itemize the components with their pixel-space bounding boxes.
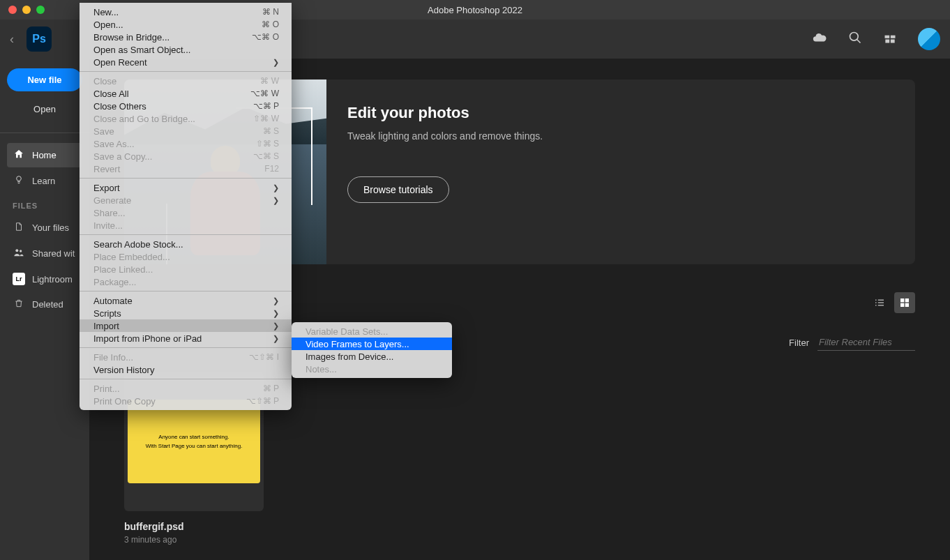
maximize-window-icon[interactable]	[36, 6, 45, 14]
browse-tutorials-button[interactable]: Browse tutorials	[347, 176, 449, 203]
file-timestamp: 3 minutes ago	[124, 535, 264, 545]
sidebar-item-lightroom[interactable]: Lr Lightroom	[7, 267, 82, 291]
menu-item-version-history[interactable]: Version History	[80, 363, 292, 376]
menu-item-package: Package...	[80, 275, 292, 288]
gift-icon[interactable]	[883, 31, 897, 48]
cloud-icon[interactable]	[812, 30, 827, 49]
menu-item-export[interactable]: Export❯	[80, 181, 292, 194]
lightbulb-icon	[13, 174, 25, 188]
hero-description: Tweak lighting and colors and remove thi…	[347, 130, 894, 142]
menu-item-share: Share...	[80, 206, 292, 219]
menu-item-file-info: File Info...⌥⇧⌘ I	[80, 351, 292, 363]
files-section-label: FILES	[7, 195, 82, 215]
svg-rect-19	[900, 303, 904, 307]
people-icon	[13, 247, 25, 260]
svg-line-1	[857, 39, 861, 43]
divider	[0, 133, 89, 133]
menu-item-place-linked: Place Linked...	[80, 263, 292, 275]
file-name: buffergif.psd	[124, 521, 264, 532]
menu-separator	[80, 71, 292, 72]
back-chevron-icon[interactable]: ‹	[10, 32, 14, 47]
user-avatar[interactable]	[918, 28, 940, 50]
menu-item-save: Save⌘ S	[80, 125, 292, 137]
menu-separator	[80, 379, 292, 379]
menu-item-print-one: Print One Copy⌥⇧⌘ P	[80, 395, 292, 407]
chevron-right-icon: ❯	[273, 296, 279, 305]
svg-rect-3	[891, 35, 896, 38]
submenu-item-video-frames-to-layers[interactable]: Video Frames to Layers...	[292, 338, 452, 350]
menu-item-generate: Generate❯	[80, 194, 292, 206]
menu-item-import-iphone[interactable]: Import from iPhone or iPad❯	[80, 332, 292, 345]
filter-input[interactable]	[817, 334, 915, 351]
photoshop-logo[interactable]: Ps	[27, 27, 52, 52]
sidebar-item-deleted[interactable]: Deleted	[7, 292, 82, 317]
file-menu: New...⌘ N Open...⌘ O Browse in Bridge...…	[80, 3, 292, 410]
sidebar-label: Deleted	[32, 299, 63, 310]
submenu-item-variable-data-sets: Variable Data Sets...	[292, 325, 452, 338]
chevron-right-icon: ❯	[273, 321, 279, 331]
chevron-right-icon: ❯	[273, 334, 279, 343]
menu-item-close-others[interactable]: Close Others⌥⌘ P	[80, 100, 292, 112]
menu-item-revert: RevertF12	[80, 162, 292, 175]
sidebar-item-your-files[interactable]: Your files	[7, 215, 82, 240]
svg-point-6	[17, 176, 22, 181]
sidebar-label: Home	[32, 150, 56, 160]
menu-item-print: Print...⌘ P	[80, 382, 292, 395]
menu-item-open-smart-object[interactable]: Open as Smart Object...	[80, 43, 292, 56]
chevron-right-icon: ❯	[273, 309, 279, 318]
menu-separator	[80, 291, 292, 292]
new-file-button[interactable]: New file	[7, 68, 82, 91]
menu-item-open-recent[interactable]: Open Recent❯	[80, 56, 292, 68]
svg-rect-2	[885, 35, 890, 38]
list-view-button[interactable]	[869, 292, 890, 313]
home-icon	[13, 149, 25, 162]
sidebar-label: Lightroom	[32, 274, 73, 285]
svg-rect-20	[905, 303, 909, 307]
menu-item-save-copy: Save a Copy...⌥⌘ S	[80, 150, 292, 162]
menu-item-automate[interactable]: Automate❯	[80, 294, 292, 307]
app-title: Adobe Photoshop 2022	[428, 5, 522, 15]
menu-separator	[80, 178, 292, 179]
hero-title: Edit your photos	[347, 104, 894, 122]
menu-item-close-all[interactable]: Close All⌥⌘ W	[80, 87, 292, 100]
menu-item-browse-bridge[interactable]: Browse in Bridge...⌥⌘ O	[80, 31, 292, 43]
file-icon	[13, 221, 25, 234]
window-controls	[0, 6, 45, 14]
lightroom-icon: Lr	[13, 273, 25, 285]
sidebar-item-home[interactable]: Home	[7, 143, 82, 167]
sidebar-item-shared[interactable]: Shared wit	[7, 241, 82, 266]
import-submenu: Variable Data Sets... Video Frames to La…	[292, 322, 452, 378]
open-button[interactable]: Open	[7, 100, 82, 119]
menu-item-search-stock[interactable]: Search Adobe Stock...	[80, 238, 292, 250]
menu-item-place-embedded: Place Embedded...	[80, 250, 292, 263]
svg-rect-5	[891, 39, 895, 43]
sidebar-label: Learn	[32, 176, 55, 186]
chevron-right-icon: ❯	[273, 196, 279, 205]
menu-item-scripts[interactable]: Scripts❯	[80, 307, 292, 319]
chevron-right-icon: ❯	[273, 183, 279, 192]
menu-separator	[80, 347, 292, 348]
svg-rect-4	[885, 39, 889, 43]
svg-rect-18	[905, 298, 909, 302]
menu-item-invite: Invite...	[80, 219, 292, 232]
svg-point-9	[15, 249, 18, 252]
menu-item-open[interactable]: Open...⌘ O	[80, 18, 292, 31]
svg-point-10	[20, 250, 22, 252]
chevron-right-icon: ❯	[273, 58, 279, 67]
minimize-window-icon[interactable]	[22, 6, 31, 14]
menu-item-close-go-bridge: Close and Go to Bridge...⇧⌘ W	[80, 112, 292, 125]
svg-rect-17	[900, 298, 904, 302]
close-window-icon[interactable]	[8, 6, 17, 14]
grid-view-button[interactable]	[894, 292, 915, 313]
menu-item-import[interactable]: Import❯	[80, 319, 292, 332]
menu-item-save-as: Save As...⇧⌘ S	[80, 137, 292, 150]
sidebar-item-learn[interactable]: Learn	[7, 169, 82, 193]
sidebar-label: Shared wit	[32, 248, 75, 259]
submenu-item-images-from-device[interactable]: Images from Device...	[292, 350, 452, 363]
svg-point-0	[850, 32, 859, 40]
search-icon[interactable]	[848, 31, 862, 48]
menu-item-close: Close⌘ W	[80, 75, 292, 87]
menu-item-new[interactable]: New...⌘ N	[80, 6, 292, 18]
file-thumbnail: Anyone can start something. With Start P…	[128, 400, 260, 483]
submenu-item-notes: Notes...	[292, 363, 452, 375]
